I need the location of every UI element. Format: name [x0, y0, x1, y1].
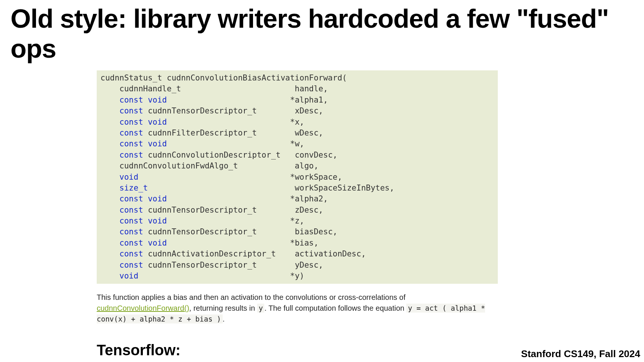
code-block: cudnnStatus_t cudnnConvolutionBiasActiva… [97, 70, 498, 284]
desc-mid1: , returning results in [189, 304, 257, 312]
slide-title: Old style: library writers hardcoded a f… [0, 0, 644, 64]
desc-mid2: . The full computation follows the equat… [264, 304, 406, 312]
slide-footer: Stanford CS149, Fall 2024 [521, 348, 640, 360]
function-description: This function applies a bias and then an… [97, 292, 498, 325]
desc-prefix: This function applies a bias and then an… [97, 293, 406, 301]
desc-suffix: . [223, 315, 225, 323]
desc-y: y [257, 304, 264, 313]
cudnn-link[interactable]: cudnnConvolutionForward() [97, 304, 189, 312]
